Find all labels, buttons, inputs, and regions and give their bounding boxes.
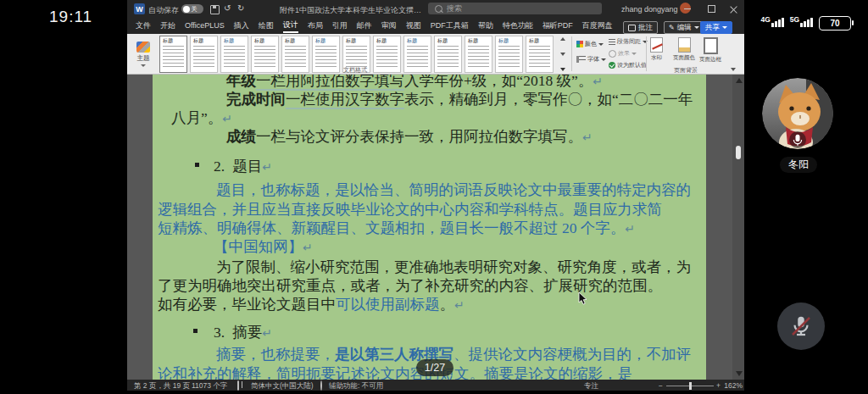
word-count-status[interactable]: 11073 个字: [192, 381, 227, 391]
tab-foxit-pdf[interactable]: 福昕PDF: [542, 20, 573, 32]
tab-references[interactable]: 引用: [332, 20, 348, 32]
fonts-button[interactable]: 字体: [576, 55, 606, 64]
colors-button[interactable]: 颜色: [576, 40, 604, 48]
proofing-icon[interactable]: [237, 380, 239, 391]
save-icon[interactable]: [210, 5, 220, 14]
autosave-toggle[interactable]: 关: [181, 4, 203, 14]
tab-view[interactable]: 视图: [406, 20, 421, 32]
page-borders-icon: [704, 37, 718, 54]
style-set-thumbnail[interactable]: 标题: [465, 36, 492, 73]
style-set-thumbnail[interactable]: 标题: [220, 36, 248, 73]
zoom-slider-thumb[interactable]: [689, 382, 692, 390]
ribbon-separator: [646, 36, 647, 71]
checkmark-icon: [609, 62, 615, 69]
tab-pdf-tools[interactable]: PDF工具箱: [431, 20, 469, 32]
gallery-more-icon: [560, 68, 565, 71]
paragraph-spacing-button[interactable]: 段落间距: [609, 37, 648, 46]
scrollbar-thumb[interactable]: [736, 146, 741, 159]
paragraph-mark: ↵: [262, 327, 272, 340]
chevron-down-icon: [632, 53, 637, 55]
style-set-thumbnail[interactable]: 标题: [495, 36, 523, 73]
thumbnail-lines: [468, 46, 489, 68]
phone-status-cluster: 4G 5G 70: [761, 15, 851, 31]
style-set-thumbnail[interactable]: 标题: [526, 36, 554, 73]
comments-button[interactable]: 批注: [623, 21, 658, 34]
doc-line: 完成时间一栏使用汉字数字表示，精确到月，零写作〇，如“二〇二一年: [226, 91, 693, 108]
minimize-button[interactable]: [676, 0, 698, 18]
tab-review[interactable]: 审阅: [381, 20, 397, 32]
thumbnail-lines: [437, 46, 459, 68]
tab-draw[interactable]: 绘图: [259, 20, 274, 32]
style-set-thumbnail[interactable]: 标题: [434, 36, 462, 73]
maximize-button[interactable]: [700, 0, 722, 18]
zoom-in-icon[interactable]: +: [716, 381, 721, 390]
style-set-thumbnail[interactable]: 标题: [403, 36, 431, 73]
watermark-icon: [650, 37, 663, 53]
participant-name-label: 冬阳: [780, 157, 817, 173]
share-button[interactable]: 共享: [700, 21, 732, 34]
watermark-button[interactable]: 水印: [650, 37, 663, 62]
tab-help[interactable]: 帮助: [478, 20, 493, 32]
account-name[interactable]: zhang dongyang: [621, 5, 678, 14]
microphone-mute-button[interactable]: [777, 302, 825, 350]
signal-bars-icon: [771, 18, 784, 27]
tab-home[interactable]: 开始: [160, 20, 175, 32]
scroll-up-icon[interactable]: [736, 78, 743, 83]
search-box[interactable]: 搜索: [428, 3, 602, 14]
minimize-icon: [684, 8, 691, 10]
signal-bars-icon: [800, 18, 813, 27]
document-title: 附件1中国政法大学本科学生毕业论文撰写格式规范（第）(办) - 兼容性…: [280, 5, 422, 16]
style-set-thumbnail[interactable]: 标题: [373, 36, 401, 73]
page-number-status[interactable]: 第 2 页，共 19 页: [134, 381, 190, 391]
edit-mode-button[interactable]: ✎编辑: [664, 21, 704, 34]
style-set-thumbnail[interactable]: 标题: [251, 36, 279, 73]
effects-button[interactable]: 效果: [609, 49, 637, 58]
zoom-out-icon[interactable]: −: [659, 381, 663, 390]
tab-design[interactable]: 设计: [283, 19, 298, 33]
tab-layout[interactable]: 布局: [308, 20, 323, 32]
gallery-group-label: 文档格式: [343, 66, 367, 75]
thumbnail-lines: [315, 46, 337, 68]
paragraph-mark: ↵: [262, 161, 272, 174]
tab-officeplus[interactable]: OfficePLUS: [185, 21, 225, 31]
thumbnail-lines: [163, 46, 184, 68]
tab-baidu-netdisk[interactable]: 百度网盘: [582, 20, 613, 32]
redo-icon[interactable]: ↻: [237, 3, 244, 13]
tab-mailings[interactable]: 邮件: [357, 20, 372, 32]
word-window: W 自动保存 关 ↺ ↻ 附件1中国政法大学本科学生毕业论文撰写格式规范（第）(…: [127, 0, 744, 391]
doc-line: 逻辑组合，并且应当直接反映毕业论文的中心内容和学科特点。题目应力求简: [158, 201, 662, 218]
paragraph-spacing-icon: [609, 39, 615, 45]
scroll-down-icon[interactable]: [736, 371, 743, 376]
gallery-scroll-buttons[interactable]: [558, 36, 567, 73]
language-status[interactable]: 简体中文(中国大陆): [251, 381, 314, 391]
close-button[interactable]: [722, 0, 744, 18]
ribbon: 主题 标题 标题 标题 标题 标题 标题 标题 标题 标题 标题 标题 标题 标…: [127, 34, 744, 75]
collapse-ribbon-icon[interactable]: [731, 68, 736, 71]
focus-mode-button[interactable]: 专注: [584, 381, 598, 391]
style-set-thumbnail[interactable]: 标题: [190, 36, 218, 73]
pencil-icon: ✎: [669, 24, 675, 31]
style-set-thumbnail[interactable]: 标题: [159, 36, 187, 73]
accessibility-status[interactable]: 辅助功能: 不可用: [329, 381, 383, 391]
page-borders-button[interactable]: 页面边框: [699, 37, 721, 64]
themes-button[interactable]: 主题: [131, 36, 156, 72]
undo-icon[interactable]: ↺: [224, 3, 231, 13]
effects-icon: [609, 50, 616, 58]
mic-active-badge-icon: [789, 131, 806, 148]
tab-insert[interactable]: 插入: [234, 20, 249, 32]
maximize-icon: [708, 5, 715, 13]
thumbnail-lines: [498, 46, 520, 68]
style-set-thumbnail[interactable]: 标题: [281, 36, 309, 73]
mouse-cursor: [578, 291, 588, 306]
autosave-label: 自动保存: [148, 5, 179, 16]
word-logo-icon: W: [134, 3, 145, 14]
tab-file[interactable]: 文件: [136, 20, 151, 32]
document-area: 年级一栏用阿拉伯数字填写入学年份+级，如“2018 级”。↵ 完成时间一栏使用汉…: [127, 75, 744, 380]
list-bullet: [193, 329, 198, 333]
set-default-button[interactable]: 设为默认值: [609, 61, 647, 69]
style-set-thumbnail[interactable]: 标题: [312, 36, 340, 73]
page-color-button[interactable]: 页面颜色: [673, 37, 695, 62]
zoom-percentage[interactable]: 162%: [724, 381, 743, 390]
tab-special-features[interactable]: 特色功能: [503, 20, 533, 32]
vertical-scrollbar[interactable]: [732, 75, 744, 380]
